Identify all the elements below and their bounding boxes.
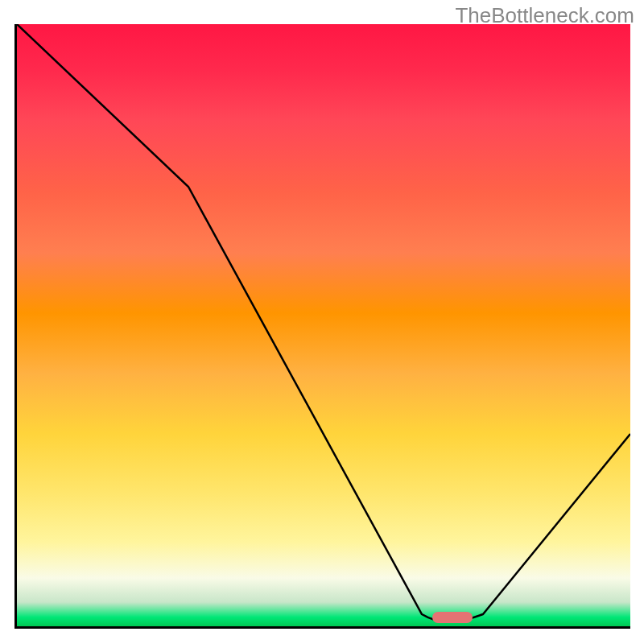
curve-svg (17, 24, 630, 626)
watermark-text: TheBottleneck.com (455, 3, 634, 28)
bottleneck-chart: TheBottleneck.com (0, 0, 644, 644)
optimal-marker (432, 612, 473, 623)
plot-area (14, 24, 630, 629)
bottleneck-curve (17, 24, 630, 621)
